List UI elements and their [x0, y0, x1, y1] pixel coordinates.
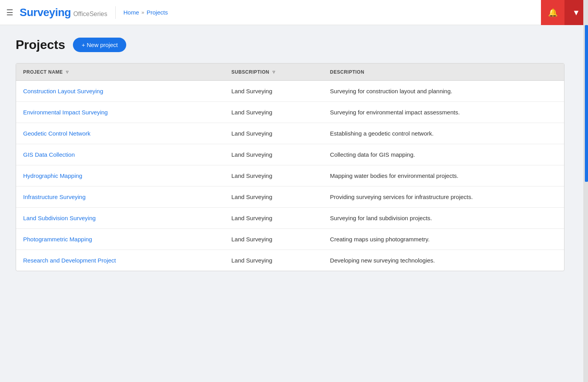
- table-row: Photogrammetric MappingLand SurveyingCre…: [16, 229, 564, 250]
- description-cell: Surveying for land subdivision projects.: [323, 208, 564, 229]
- col-header-subscription: SUBSCRIPTION ▿: [224, 63, 323, 81]
- table-row: Land Subdivision SurveyingLand Surveying…: [16, 208, 564, 229]
- project-name-cell: Research and Development Project: [16, 250, 224, 271]
- project-name-cell: GIS Data Collection: [16, 144, 224, 165]
- project-name-link[interactable]: Land Subdivision Surveying: [23, 215, 96, 221]
- project-name-link[interactable]: Research and Development Project: [23, 257, 116, 264]
- menu-icon[interactable]: ☰: [6, 9, 13, 16]
- subscription-filter-icon[interactable]: ▿: [272, 69, 276, 75]
- col-header-description: DESCRIPTION: [323, 63, 564, 81]
- table-row: Research and Development ProjectLand Sur…: [16, 250, 564, 271]
- project-name-filter-icon[interactable]: ▿: [66, 69, 69, 75]
- subscription-cell: Land Surveying: [224, 229, 323, 250]
- bell-icon: 🔔: [548, 8, 558, 17]
- breadcrumb: Home » Projects: [123, 9, 168, 16]
- project-name-link[interactable]: Environmental Impact Surveying: [23, 109, 108, 116]
- project-name-cell: Land Subdivision Surveying: [16, 208, 224, 229]
- description-cell: Surveying for construction layout and pl…: [323, 81, 564, 102]
- app-header: ☰ Surveying OfficeSeries Home » Projects…: [0, 0, 588, 25]
- project-name-link[interactable]: Geodetic Control Network: [23, 130, 91, 137]
- table-header: PROJECT NAME ▿ SUBSCRIPTION ▿ DESCRIPTIO…: [16, 63, 564, 81]
- table-row: Construction Layout SurveyingLand Survey…: [16, 81, 564, 102]
- project-name-cell: Geodetic Control Network: [16, 123, 224, 144]
- subscription-cell: Land Surveying: [224, 186, 323, 208]
- table-row: Hydrographic MappingLand SurveyingMappin…: [16, 165, 564, 186]
- brand: Surveying OfficeSeries: [20, 6, 116, 19]
- project-name-link[interactable]: Photogrammetric Mapping: [23, 236, 92, 243]
- description-cell: Creating maps using photogrammetry.: [323, 229, 564, 250]
- subscription-cell: Land Surveying: [224, 144, 323, 165]
- brand-sub: OfficeSeries: [73, 11, 107, 18]
- subscription-cell: Land Surveying: [224, 102, 323, 123]
- col-header-project-name: PROJECT NAME ▿: [16, 63, 224, 81]
- project-name-cell: Photogrammetric Mapping: [16, 229, 224, 250]
- main-content: Projects + New project PROJECT NAME ▿ SU…: [0, 25, 588, 284]
- project-name-link[interactable]: Hydrographic Mapping: [23, 172, 82, 179]
- chevron-down-icon: ▼: [572, 8, 580, 17]
- table-row: Infrastructure SurveyingLand SurveyingPr…: [16, 186, 564, 208]
- project-name-link[interactable]: GIS Data Collection: [23, 151, 75, 158]
- subscription-cell: Land Surveying: [224, 81, 323, 102]
- projects-table-container: PROJECT NAME ▿ SUBSCRIPTION ▿ DESCRIPTIO…: [16, 63, 564, 271]
- scrollbar-thumb[interactable]: [585, 25, 588, 182]
- subscription-cell: Land Surveying: [224, 165, 323, 186]
- project-name-cell: Construction Layout Surveying: [16, 81, 224, 102]
- subscription-cell: Land Surveying: [224, 123, 323, 144]
- page-title: Projects: [16, 38, 65, 52]
- project-name-link[interactable]: Infrastructure Surveying: [23, 194, 85, 200]
- brand-name: Surveying: [20, 6, 71, 19]
- description-cell: Establishing a geodetic control network.: [323, 123, 564, 144]
- table-body: Construction Layout SurveyingLand Survey…: [16, 81, 564, 271]
- page-header: Projects + New project: [16, 38, 572, 52]
- subscription-cell: Land Surveying: [224, 208, 323, 229]
- description-cell: Providing surveying services for infrast…: [323, 186, 564, 208]
- header-actions: 🔔 ▼: [541, 0, 588, 25]
- description-cell: Mapping water bodies for environmental p…: [323, 165, 564, 186]
- notification-button[interactable]: 🔔: [541, 0, 564, 25]
- table-row: GIS Data CollectionLand SurveyingCollect…: [16, 144, 564, 165]
- subscription-cell: Land Surveying: [224, 250, 323, 271]
- description-cell: Surveying for environmental impact asses…: [323, 102, 564, 123]
- new-project-button[interactable]: + New project: [73, 38, 126, 52]
- project-name-link[interactable]: Construction Layout Surveying: [23, 88, 103, 94]
- description-cell: Collecting data for GIS mapping.: [323, 144, 564, 165]
- breadcrumb-current: Projects: [147, 9, 168, 16]
- breadcrumb-home[interactable]: Home: [123, 9, 139, 16]
- table-row: Environmental Impact SurveyingLand Surve…: [16, 102, 564, 123]
- scrollbar-track[interactable]: [583, 0, 588, 382]
- project-name-cell: Hydrographic Mapping: [16, 165, 224, 186]
- description-cell: Developing new surveying technologies.: [323, 250, 564, 271]
- project-name-cell: Infrastructure Surveying: [16, 186, 224, 208]
- breadcrumb-separator: »: [142, 9, 144, 15]
- project-name-cell: Environmental Impact Surveying: [16, 102, 224, 123]
- projects-table: PROJECT NAME ▿ SUBSCRIPTION ▿ DESCRIPTIO…: [16, 63, 564, 271]
- table-row: Geodetic Control NetworkLand SurveyingEs…: [16, 123, 564, 144]
